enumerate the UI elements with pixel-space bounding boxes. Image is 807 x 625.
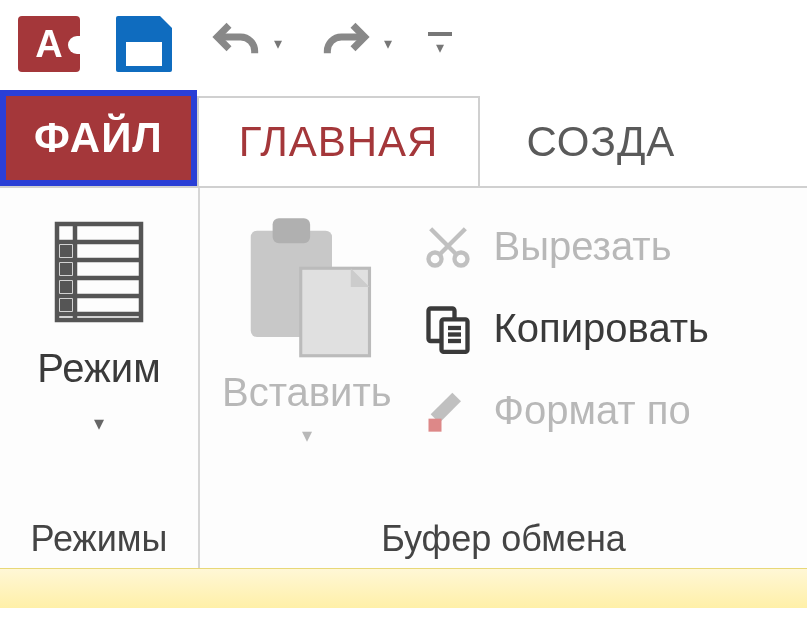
- tab-file[interactable]: ФАЙЛ: [0, 90, 197, 186]
- app-icon[interactable]: A: [18, 16, 80, 72]
- redo-icon: [318, 16, 374, 72]
- scissors-icon: [422, 220, 474, 272]
- ribbon: Режим ▾ Режимы Вставить ▾: [0, 188, 807, 568]
- app-icon-letter: A: [35, 23, 62, 66]
- clipboard-actions: Вырезать Копировать: [422, 212, 709, 436]
- view-mode-label: Режим: [37, 346, 160, 391]
- svg-rect-7: [60, 245, 72, 257]
- copy-label: Копировать: [494, 306, 709, 351]
- undo-button[interactable]: ▾: [208, 16, 282, 72]
- format-painter-button: Формат по: [422, 384, 709, 436]
- cut-label: Вырезать: [494, 224, 672, 269]
- svg-rect-8: [60, 263, 72, 275]
- cut-button: Вырезать: [422, 220, 709, 272]
- group-clipboard-label: Буфер обмена: [200, 510, 807, 568]
- view-mode-dropdown-icon[interactable]: ▾: [94, 411, 104, 435]
- svg-rect-23: [428, 419, 441, 432]
- tab-create-label: СОЗДА: [526, 118, 675, 166]
- datasheet-view-icon: [39, 212, 159, 332]
- paste-label: Вставить: [222, 370, 392, 415]
- quick-access-toolbar: A ▾ ▾ ▾: [0, 0, 807, 88]
- chevron-down-icon: ▾: [436, 38, 444, 57]
- paste-button: Вставить ▾: [222, 212, 392, 447]
- copy-icon: [422, 302, 474, 354]
- ribbon-tabs: ФАЙЛ ГЛАВНАЯ СОЗДА: [0, 88, 807, 186]
- redo-button[interactable]: ▾: [318, 16, 392, 72]
- customize-qat-button[interactable]: ▾: [428, 32, 452, 57]
- save-button[interactable]: [116, 16, 172, 72]
- tab-home[interactable]: ГЛАВНАЯ: [197, 96, 481, 186]
- svg-rect-9: [60, 281, 72, 293]
- paste-icon: [232, 212, 382, 362]
- group-views-label: Режимы: [0, 510, 198, 568]
- customize-bar-icon: [428, 32, 452, 36]
- svg-rect-12: [272, 218, 310, 243]
- group-views: Режим ▾ Режимы: [0, 188, 200, 568]
- undo-dropdown-icon[interactable]: ▾: [274, 36, 282, 52]
- group-clipboard: Вставить ▾ Вырезать: [200, 188, 807, 568]
- format-painter-label: Формат по: [494, 388, 691, 433]
- redo-dropdown-icon[interactable]: ▾: [384, 36, 392, 52]
- tab-create[interactable]: СОЗДА: [480, 96, 717, 186]
- tab-home-label: ГЛАВНАЯ: [239, 118, 439, 166]
- tab-file-label: ФАЙЛ: [34, 114, 163, 162]
- paste-dropdown-icon: ▾: [302, 423, 312, 447]
- svg-rect-10: [60, 299, 72, 311]
- view-mode-button[interactable]: Режим ▾: [22, 212, 176, 435]
- undo-icon: [208, 16, 264, 72]
- paintbrush-icon: [422, 384, 474, 436]
- message-bar: [0, 568, 807, 608]
- copy-button[interactable]: Копировать: [422, 302, 709, 354]
